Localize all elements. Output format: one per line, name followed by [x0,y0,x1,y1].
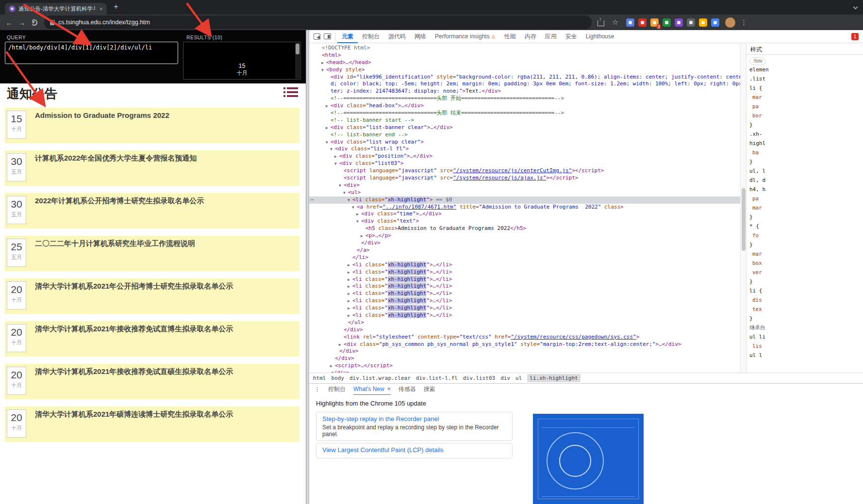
tree-row[interactable]: ▼<div class="text"> [309,218,740,225]
elements-scrollbar[interactable] [740,43,746,373]
notice-title[interactable]: 清华大学计算机系2021年硕博连读博士研究生拟录取名单公示 [35,406,299,419]
extension-icon[interactable] [711,18,719,27]
expand-icon[interactable]: ▶ [326,125,331,132]
tree-row[interactable]: <!-- list-banner end --> [309,131,740,139]
tree-row[interactable]: <!--=============================头部 开始==… [309,95,740,102]
forward-button[interactable]: → [16,18,28,27]
collapse-icon[interactable]: ▼ [326,139,331,146]
tab-styles[interactable]: 样式 [747,43,863,55]
devtools-resize-handle[interactable] [306,30,309,504]
browser-tab[interactable]: 通知公告-清华大学计算机科学与技 × [5,3,107,15]
extension-icon[interactable] [663,18,671,27]
expand-icon[interactable]: ▶ [334,153,339,161]
tree-row[interactable]: </li> [309,254,740,261]
tree-row[interactable]: ▼<div class="list wrap clear"> [309,139,740,146]
collapse-icon[interactable]: ▼ [352,204,357,211]
tree-row[interactable]: ▼<ul> [309,189,740,196]
notice-item[interactable]: 25五月二〇二二年十月计算机系研究生毕业工作流程说明 [5,236,299,271]
tree-row[interactable]: ▶<li class="xh-highlight">…</li> [309,305,740,312]
tree-row[interactable]: ▶<div class="list-banner clear">…</div> [309,124,740,131]
whatsnew-card[interactable]: View Largest Contentful Paint (LCP) deta… [316,443,513,458]
collapse-icon[interactable]: ▼ [321,67,326,74]
xpath-query-input[interactable]: /html/body/div[4]/div[1]/div[2]/div/ul/l… [5,42,178,64]
tree-row[interactable]: </div> [309,240,740,247]
notice-title[interactable]: 清华大学计算机系2021年公开招考博士研究生拟录取名单公示 [35,278,299,291]
share-icon[interactable]: ↑ [597,20,604,26]
expand-icon[interactable]: ▶ [348,305,352,312]
tree-row[interactable]: ▶<head>…</head> [309,59,740,66]
expand-icon[interactable]: ▶ [361,233,365,240]
browser-menu-icon[interactable]: ⋮ [740,18,747,26]
elements-scrollbar-thumb[interactable] [742,188,746,251]
new-tab-button[interactable]: + [114,2,118,12]
tree-row[interactable]: <script language="javascript" src="/syst… [309,175,740,182]
tree-row[interactable]: ▶<li class="xh-highlight">…</li> [309,290,740,297]
tree-row[interactable]: <!-- list-banner start --> [309,117,740,124]
whatsnew-card-title[interactable]: View Largest Contentful Paint (LCP) deta… [322,446,506,454]
tree-row[interactable]: ⋯▼<li class="xh-highlight"> == $0 [309,196,740,204]
tree-row[interactable]: <div id="like996_identification" style="… [309,74,740,81]
collapse-icon[interactable]: ▼ [356,218,361,226]
inspect-element-icon[interactable] [314,33,320,40]
drawer-tab[interactable]: What's New× [353,384,391,395]
tree-row[interactable]: ▶<li class="xh-highlight">…</li> [309,269,740,276]
results-scrollbar[interactable] [295,43,300,79]
tree-row[interactable]: ▶<div class="time">…</div> [309,211,740,218]
tree-row[interactable]: ▶<p>…</p> [309,232,740,240]
tree-row[interactable]: <!--=============================头部 结束==… [309,110,740,117]
expand-icon[interactable]: ▶ [348,312,352,320]
tree-row[interactable]: ▶<li class="xh-highlight">…</li> [309,312,740,319]
breadcrumb-item[interactable]: div.list03 [463,375,495,381]
notice-item[interactable]: 20十月清华大学计算机系2021年硕博连读博士研究生拟录取名单公示 [5,406,299,442]
tab-performance-insights[interactable]: Performance insights⚠ [431,30,500,43]
collapse-icon[interactable]: ▼ [330,146,335,153]
tree-row[interactable]: ▶<div class="head-box">…</div> [309,102,740,110]
xpath-results-box[interactable]: 15 十月 [183,42,301,80]
notice-title[interactable]: 清华大学计算机系2021年接收推荐免试直博生拟录取名单公示 [35,321,299,334]
tree-row[interactable]: ▼<div> [309,182,740,189]
collapse-icon[interactable]: ▼ [339,182,344,190]
back-button[interactable]: ← [3,18,16,27]
breadcrumb-item[interactable]: div.list-l.fl [416,375,458,381]
tab-network[interactable]: 网络 [410,30,431,43]
notice-item[interactable]: 30五月计算机系2022年全国优秀大学生夏令营报名预通知 [5,150,299,186]
expand-icon[interactable]: ▶ [330,363,335,370]
profile-avatar[interactable] [725,17,735,28]
notice-title[interactable]: Admission to Graduate Programs 2022 [35,108,299,119]
extension-icon[interactable] [687,18,695,27]
device-toolbar-icon[interactable] [324,33,331,39]
drawer-tab[interactable]: 传感器 [398,384,416,395]
bookmark-star-icon[interactable]: ☆ [612,18,618,27]
whatsnew-card[interactable]: Step-by-step replay in the Recorder pane… [316,412,513,441]
notice-title[interactable]: 计算机系2022年全国优秀大学生夏令营报名预通知 [35,150,299,163]
expand-icon[interactable]: ▶ [348,262,352,269]
expand-icon[interactable]: ▶ [326,103,331,110]
tab-performance[interactable]: 性能 [500,30,520,43]
close-icon[interactable]: × [387,386,391,392]
expand-icon[interactable]: ▶ [356,211,361,218]
drawer-menu-icon[interactable]: ⋮ [314,386,320,393]
tree-row[interactable]: <html> [309,52,740,59]
close-icon[interactable]: × [99,6,103,12]
extension-icon[interactable]: 3 [650,18,659,27]
url-bar[interactable]: cs.tsinghua.edu.cn/index/tzgg.htm [44,16,592,29]
collapse-icon[interactable]: ▼ [334,161,339,168]
tree-row[interactable]: d; color: black; top: -5em; height: 2em;… [309,81,740,88]
tree-row[interactable]: <!DOCTYPE html> [309,45,740,52]
tab-lighthouse[interactable]: Lighthouse [581,30,619,43]
expand-icon[interactable]: ▶ [348,276,352,284]
notice-title[interactable]: 清华大学计算机系2021年接收推荐免试直硕生拟录取名单公示 [35,364,299,376]
whatsnew-card-title[interactable]: Step-by-step replay in the Recorder pane… [322,415,506,423]
tree-row[interactable]: </div> [309,348,740,355]
tree-row[interactable]: <script language="javascript" src="/syst… [309,167,740,175]
breadcrumb-item[interactable]: body [332,375,345,381]
tab-application[interactable]: 应用 [541,30,561,43]
tree-row[interactable]: </div> [309,355,740,362]
tree-row[interactable]: ▶<li class="xh-highlight">…</li> [309,276,740,283]
collapse-icon[interactable]: ▼ [343,190,348,197]
breadcrumb-item[interactable]: html [313,375,326,381]
tree-row[interactable]: ▼<div class="list-l fl"> [309,146,740,153]
breadcrumb-item[interactable]: ul [515,375,522,381]
tab-elements[interactable]: 元素 [337,30,358,43]
breadcrumb-item[interactable]: li.xh-highlight [527,374,580,382]
